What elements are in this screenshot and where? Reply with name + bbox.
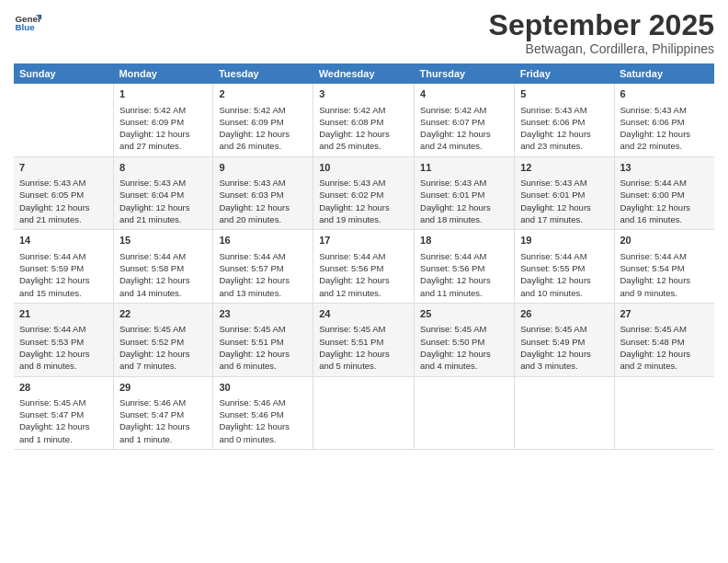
col-thursday: Thursday (415, 63, 515, 84)
day-info-line: and 0 minutes. (219, 433, 307, 445)
day-info-line: Daylight: 12 hours (219, 128, 307, 140)
header: General Blue September 2025 Betwagan, Co… (14, 9, 714, 56)
day-info-line: Daylight: 12 hours (219, 201, 307, 213)
day-info-line: Sunset: 5:49 PM (520, 336, 608, 348)
day-cell: 10Sunrise: 5:43 AMSunset: 6:02 PMDayligh… (313, 156, 415, 230)
day-info-line: Sunset: 5:46 PM (219, 408, 307, 420)
day-info-line: Sunrise: 5:42 AM (319, 104, 408, 116)
day-info-line: Sunrise: 5:45 AM (119, 323, 208, 335)
day-info-line: Daylight: 12 hours (19, 201, 108, 213)
day-number: 26 (520, 307, 608, 321)
day-info-line: Sunrise: 5:44 AM (19, 323, 108, 335)
day-info-line: Sunset: 5:59 PM (19, 262, 108, 274)
day-number: 6 (620, 87, 710, 101)
day-number: 22 (119, 307, 208, 321)
day-number: 4 (420, 87, 508, 101)
title-block: September 2025 Betwagan, Cordillera, Phi… (489, 9, 714, 56)
day-info-line: Sunset: 5:54 PM (620, 262, 710, 274)
day-number: 23 (219, 307, 307, 321)
col-saturday: Saturday (614, 63, 714, 84)
day-cell: 3Sunrise: 5:42 AMSunset: 6:08 PMDaylight… (313, 84, 415, 156)
day-info-line: Daylight: 12 hours (219, 348, 307, 360)
day-info-line: and 4 minutes. (420, 360, 508, 372)
day-cell: 19Sunrise: 5:44 AMSunset: 5:55 PMDayligh… (515, 230, 614, 304)
day-info-line: Sunrise: 5:43 AM (319, 177, 408, 189)
day-cell: 5Sunrise: 5:43 AMSunset: 6:06 PMDaylight… (515, 84, 614, 156)
day-cell: 1Sunrise: 5:42 AMSunset: 6:09 PMDaylight… (113, 84, 213, 156)
day-number: 17 (319, 234, 408, 247)
day-cell (14, 84, 113, 156)
day-cell: 15Sunrise: 5:44 AMSunset: 5:58 PMDayligh… (113, 230, 213, 304)
day-info-line: Sunset: 6:06 PM (620, 116, 710, 128)
day-cell: 4Sunrise: 5:42 AMSunset: 6:07 PMDaylight… (415, 84, 515, 156)
day-info-line: Sunrise: 5:43 AM (520, 177, 608, 189)
day-info-line: Daylight: 12 hours (19, 420, 108, 432)
col-monday: Monday (113, 63, 213, 84)
day-info-line: Daylight: 12 hours (119, 274, 208, 286)
day-number: 13 (620, 161, 710, 175)
day-number: 18 (420, 234, 508, 247)
day-info-line: Sunset: 6:07 PM (420, 116, 508, 128)
day-number: 9 (219, 161, 307, 175)
day-info-line: Sunrise: 5:44 AM (319, 250, 408, 262)
day-info-line: Sunrise: 5:44 AM (19, 250, 108, 262)
day-info-line: Sunrise: 5:44 AM (119, 250, 208, 262)
day-info-line: Sunrise: 5:43 AM (520, 104, 608, 116)
day-info-line: Sunset: 5:51 PM (219, 336, 307, 348)
day-cell: 24Sunrise: 5:45 AMSunset: 5:51 PMDayligh… (313, 303, 415, 376)
day-info-line: Daylight: 12 hours (520, 274, 608, 286)
day-info-line: Sunset: 5:56 PM (319, 262, 408, 274)
day-cell: 21Sunrise: 5:44 AMSunset: 5:53 PMDayligh… (14, 303, 113, 376)
day-cell: 2Sunrise: 5:42 AMSunset: 6:09 PMDaylight… (213, 84, 313, 156)
day-info-line: and 1 minute. (119, 433, 208, 445)
day-info-line: Daylight: 12 hours (319, 128, 408, 140)
day-cell: 16Sunrise: 5:44 AMSunset: 5:57 PMDayligh… (213, 230, 313, 304)
day-info-line: Daylight: 12 hours (19, 348, 108, 360)
day-info-line: Sunrise: 5:43 AM (19, 177, 108, 189)
day-info-line: Daylight: 12 hours (219, 274, 307, 286)
subtitle: Betwagan, Cordillera, Philippines (489, 41, 714, 56)
day-info-line: Sunrise: 5:44 AM (219, 250, 307, 262)
day-info-line: Sunset: 5:53 PM (19, 336, 108, 348)
day-info-line: and 10 minutes. (520, 287, 608, 299)
day-cell: 6Sunrise: 5:43 AMSunset: 6:06 PMDaylight… (614, 84, 714, 156)
day-info-line: Sunrise: 5:45 AM (219, 323, 307, 335)
day-cell: 22Sunrise: 5:45 AMSunset: 5:52 PMDayligh… (113, 303, 213, 376)
week-row-1: 7Sunrise: 5:43 AMSunset: 6:05 PMDaylight… (14, 156, 714, 230)
day-info-line: Sunset: 6:05 PM (19, 189, 108, 201)
page: General Blue September 2025 Betwagan, Co… (0, 0, 728, 563)
day-number: 25 (420, 307, 508, 321)
day-info-line: Daylight: 12 hours (219, 420, 307, 432)
week-row-2: 14Sunrise: 5:44 AMSunset: 5:59 PMDayligh… (14, 230, 714, 304)
day-info-line: Daylight: 12 hours (420, 274, 508, 286)
logo-icon: General Blue (14, 9, 41, 37)
day-info-line: Daylight: 12 hours (119, 348, 208, 360)
day-info-line: and 11 minutes. (420, 287, 508, 299)
day-info-line: and 8 minutes. (19, 360, 108, 372)
day-info-line: Sunset: 5:48 PM (620, 336, 710, 348)
day-info-line: Daylight: 12 hours (620, 201, 710, 213)
day-cell: 29Sunrise: 5:46 AMSunset: 5:47 PMDayligh… (113, 376, 213, 450)
day-info-line: and 6 minutes. (219, 360, 307, 372)
day-info-line: Sunset: 6:04 PM (119, 189, 208, 201)
day-cell: 18Sunrise: 5:44 AMSunset: 5:56 PMDayligh… (415, 230, 515, 304)
day-info-line: and 26 minutes. (219, 140, 307, 152)
logo: General Blue (14, 9, 41, 37)
day-number: 10 (319, 161, 408, 175)
day-info-line: Sunrise: 5:43 AM (119, 177, 208, 189)
day-number: 19 (520, 234, 608, 247)
day-number: 12 (520, 161, 608, 175)
day-info-line: Daylight: 12 hours (520, 201, 608, 213)
day-info-line: Sunrise: 5:45 AM (620, 323, 710, 335)
day-info-line: and 9 minutes. (620, 287, 710, 299)
day-info-line: Daylight: 12 hours (620, 128, 710, 140)
day-info-line: and 14 minutes. (119, 287, 208, 299)
day-info-line: and 15 minutes. (19, 287, 108, 299)
day-info-line: Sunrise: 5:43 AM (620, 104, 710, 116)
day-info-line: Sunset: 5:50 PM (420, 336, 508, 348)
day-info-line: and 25 minutes. (319, 140, 408, 152)
day-info-line: Sunset: 5:47 PM (19, 408, 108, 420)
day-info-line: Sunrise: 5:46 AM (219, 396, 307, 408)
day-number: 24 (319, 307, 408, 321)
day-number: 30 (219, 381, 307, 395)
